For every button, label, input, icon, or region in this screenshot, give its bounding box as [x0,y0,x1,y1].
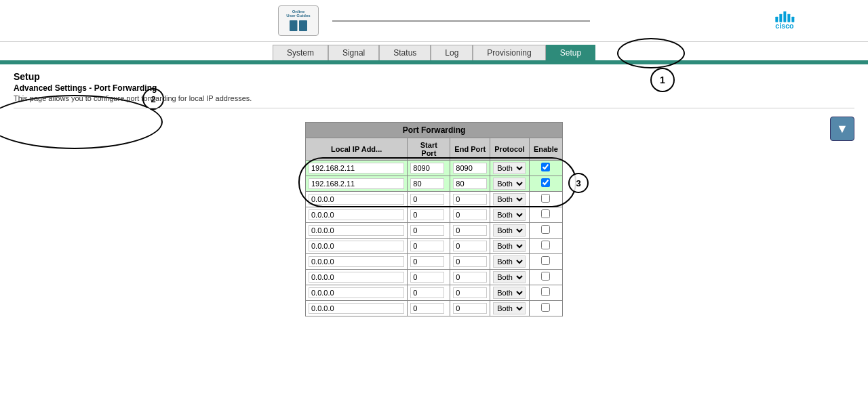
svg-text:cisco: cisco [775,22,794,30]
svg-rect-6 [787,14,790,22]
end-port-input[interactable] [453,163,487,173]
end-port-input[interactable] [453,178,487,189]
enable-checkbox[interactable] [541,303,550,312]
start-port-input[interactable] [410,241,444,251]
end-port-input[interactable] [453,303,487,314]
table-title-row: Port Forwarding [306,123,563,138]
table-row: BothTCPUDP [306,161,563,176]
tab-status[interactable]: Status [379,45,431,60]
enable-checkbox[interactable] [541,209,550,218]
end-port-input[interactable] [453,194,487,205]
svg-rect-0 [290,20,298,31]
enable-checkbox[interactable] [541,194,550,203]
enable-checkbox[interactable] [541,241,550,249]
table-row: BothTCPUDP [306,285,563,301]
col-header-start: Start Port [408,138,450,161]
enable-checkbox[interactable] [541,225,550,234]
start-port-input[interactable] [410,225,444,236]
tab-signal[interactable]: Signal [328,45,379,60]
enable-checkbox[interactable] [541,256,550,265]
table-row: BothTCPUDP [306,176,563,192]
ip-input[interactable] [309,163,404,173]
end-port-input[interactable] [453,225,487,236]
table-row: BothTCPUDP [306,254,563,270]
protocol-select[interactable]: BothTCPUDP [493,224,526,237]
table-row: BothTCPUDP [306,301,563,316]
start-port-input[interactable] [410,178,444,189]
start-port-input[interactable] [410,209,444,220]
table-header-row: Local IP Add... Start Port End Port Prot… [306,138,563,161]
table-row: BothTCPUDP [306,223,563,239]
enable-checkbox[interactable] [541,287,550,296]
svg-rect-1 [299,20,307,31]
protocol-select[interactable]: BothTCPUDP [493,178,526,190]
col-header-ip: Local IP Add... [306,138,408,161]
tab-system[interactable]: System [273,45,328,60]
tab-provisioning[interactable]: Provisioning [473,45,545,60]
page-content: Setup Advanced Settings - Port Forwardin… [0,64,868,323]
ip-input[interactable] [309,303,404,314]
table-row: BothTCPUDP [306,270,563,285]
svg-rect-5 [783,12,786,22]
enable-checkbox[interactable] [541,272,550,281]
nav-tab-container: System Signal Status Log Provisioning Se… [0,42,868,60]
ip-input[interactable] [309,178,404,189]
ip-input[interactable] [309,241,404,251]
ip-input[interactable] [309,209,404,220]
enable-checkbox[interactable] [541,163,550,171]
ip-input[interactable] [309,272,404,283]
header-line [332,20,590,22]
end-port-input[interactable] [453,241,487,251]
start-port-input[interactable] [410,194,444,205]
table-row: BothTCPUDP [306,192,563,207]
port-forwarding-table: Port Forwarding Local IP Add... Start Po… [305,122,563,316]
protocol-select[interactable]: BothTCPUDP [493,162,526,174]
start-port-input[interactable] [410,303,444,314]
logo-book: OnlineUser Guides [278,5,319,36]
protocol-select[interactable]: BothTCPUDP [493,209,526,221]
start-port-input[interactable] [410,256,444,267]
start-port-input[interactable] [410,272,444,283]
page-description: This page allows you to configure port f… [14,94,854,102]
ip-input[interactable] [309,194,404,205]
table-row: BothTCPUDP [306,239,563,254]
start-port-input[interactable] [410,163,444,173]
protocol-select[interactable]: BothTCPUDP [493,255,526,268]
protocol-select[interactable]: BothTCPUDP [493,287,526,299]
table-title: Port Forwarding [306,123,563,138]
end-port-input[interactable] [453,256,487,267]
col-header-end: End Port [450,138,490,161]
protocol-select[interactable]: BothTCPUDP [493,302,526,314]
end-port-input[interactable] [453,272,487,283]
ip-input[interactable] [309,256,404,267]
table-section: Port Forwarding Local IP Add... Start Po… [14,122,854,316]
tab-setup[interactable]: Setup [546,45,595,60]
page-title: Setup [14,71,854,82]
end-port-input[interactable] [453,287,487,298]
table-row: BothTCPUDP [306,207,563,223]
tab-log[interactable]: Log [431,45,473,60]
protocol-select[interactable]: BothTCPUDP [493,193,526,205]
enable-checkbox[interactable] [541,178,550,187]
page-subtitle: Advanced Settings - Port Forwarding [14,83,854,93]
logo-text: OnlineUser Guides [286,9,310,18]
download-icon: ▼ [836,122,848,136]
ip-input[interactable] [309,287,404,298]
download-button[interactable]: ▼ [830,117,854,141]
end-port-input[interactable] [453,209,487,220]
cisco-logo: cisco [773,5,827,35]
protocol-select[interactable]: BothTCPUDP [493,271,526,283]
protocol-select[interactable]: BothTCPUDP [493,240,526,252]
annotation-3: 3 [568,173,589,193]
start-port-input[interactable] [410,287,444,298]
svg-rect-4 [779,14,782,22]
col-header-enable: Enable [529,138,562,161]
divider [14,108,854,108]
col-header-proto: Protocol [490,138,530,161]
table-container: Port Forwarding Local IP Add... Start Po… [14,122,854,316]
ip-input[interactable] [309,225,404,236]
